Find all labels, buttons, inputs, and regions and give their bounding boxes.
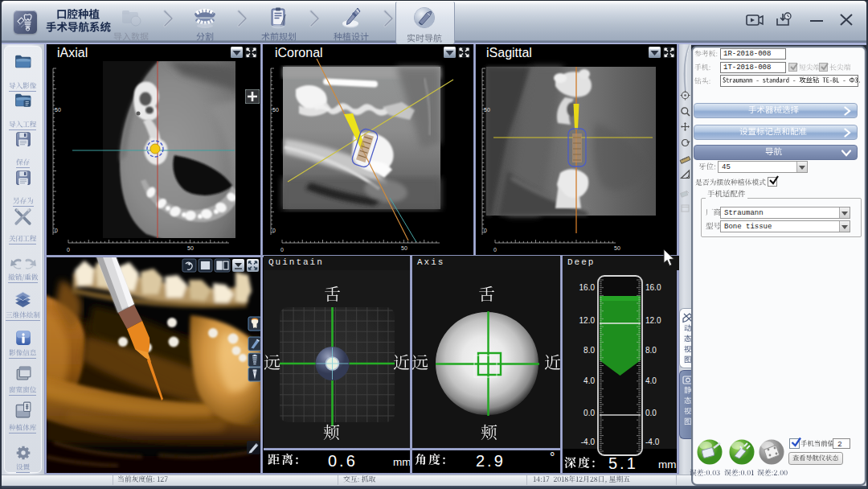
svg-text:-4.0: -4.0 [645,438,660,446]
svg-text:50: 50 [55,107,61,113]
svg-text:0: 0 [493,247,497,253]
svg-text:16.0: 16.0 [579,283,596,292]
svg-text:4.0: 4.0 [583,376,595,385]
svg-text:50: 50 [484,107,490,113]
svg-text:50: 50 [614,245,620,251]
svg-text:-4.0: -4.0 [581,438,596,446]
svg-text:0: 0 [280,247,284,253]
svg-text:4.0: 4.0 [645,376,657,385]
svg-text:0: 0 [67,247,70,253]
svg-text:0.0: 0.0 [645,409,657,417]
svg-text:0: 0 [55,228,58,233]
svg-text:12.0: 12.0 [645,316,661,325]
svg-text:50: 50 [187,245,194,251]
svg-text:12.0: 12.0 [579,316,596,325]
svg-text:0: 0 [272,228,276,233]
svg-text:0: 0 [484,228,487,233]
svg-text:50: 50 [401,245,407,251]
svg-text:0.0: 0.0 [583,409,595,417]
svg-text:50: 50 [272,107,279,113]
svg-text:16.0: 16.0 [645,283,661,292]
svg-text:8.0: 8.0 [645,346,657,355]
svg-text:8.0: 8.0 [583,346,595,355]
